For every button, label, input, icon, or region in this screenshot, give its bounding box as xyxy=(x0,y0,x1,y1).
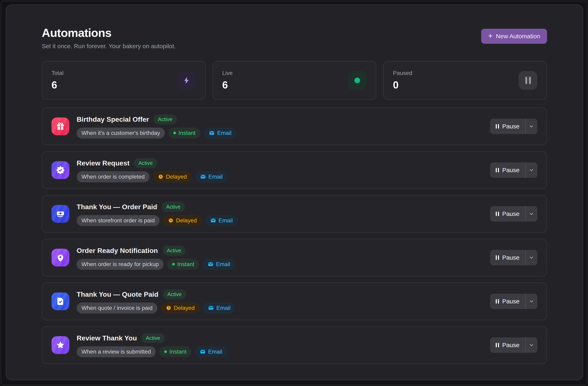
instant-dot-icon xyxy=(173,132,176,134)
pause-label: Pause xyxy=(502,254,520,261)
pause-icon xyxy=(519,71,537,90)
timing-pill: Delayed xyxy=(161,303,200,313)
pause-split-button: Pause xyxy=(490,250,537,265)
stat-value: 6 xyxy=(222,79,232,91)
pause-split-button: Pause xyxy=(490,119,537,134)
file-check-icon xyxy=(51,292,69,310)
pause-icon xyxy=(496,343,499,347)
automation-info: Thank You — Quote Paid Active When quote… xyxy=(77,290,235,313)
pause-icon xyxy=(496,212,499,216)
automation-title: Review Thank You xyxy=(77,334,137,342)
channel-pill: Email xyxy=(195,171,228,182)
instant-dot-icon xyxy=(172,263,175,266)
email-icon xyxy=(209,130,215,136)
email-icon xyxy=(200,174,206,180)
status-badge: Active xyxy=(162,246,186,256)
pause-label: Pause xyxy=(502,167,520,174)
channel-label: Email xyxy=(208,348,222,355)
channel-label: Email xyxy=(219,217,233,224)
pause-button[interactable]: Pause xyxy=(490,250,525,265)
trigger-pill: When it's a customer's birthday xyxy=(77,128,165,138)
pause-label: Pause xyxy=(502,123,520,130)
trigger-pill: When a review is submitted xyxy=(77,346,156,357)
plus-icon: + xyxy=(488,32,492,40)
pause-icon xyxy=(496,255,499,260)
instant-dot-icon xyxy=(164,350,167,353)
trigger-pill: When order is completed xyxy=(77,171,149,182)
live-dot-icon xyxy=(348,71,367,90)
pause-split-button: Pause xyxy=(490,337,537,353)
pause-button[interactable]: Pause xyxy=(490,162,525,178)
automations-list: Birthday Special Offer Active When it's … xyxy=(42,108,547,364)
automation-card-quote-paid: Thank You — Quote Paid Active When quote… xyxy=(42,283,547,320)
status-badge: Active xyxy=(163,290,186,299)
automation-info: Birthday Special Offer Active When it's … xyxy=(77,115,236,138)
email-icon xyxy=(208,305,214,311)
stat-text: Paused 0 xyxy=(393,70,412,91)
automation-card-order-ready: Order Ready Notification Active When ord… xyxy=(42,239,547,276)
pause-button[interactable]: Pause xyxy=(490,294,525,309)
stat-label: Total xyxy=(51,70,63,76)
pause-menu-button[interactable] xyxy=(525,119,537,134)
pause-menu-button[interactable] xyxy=(525,206,537,222)
automation-title: Review Request xyxy=(77,159,129,167)
stat-text: Live 6 xyxy=(222,70,232,91)
pause-icon xyxy=(496,124,499,129)
page-header: Automations Set it once. Run forever. Yo… xyxy=(42,26,547,50)
timing-label: Instant xyxy=(178,130,195,136)
channel-label: Email xyxy=(216,261,230,268)
automation-info: Order Ready Notification Active When ord… xyxy=(77,246,235,270)
status-badge: Active xyxy=(134,158,157,168)
clock-icon xyxy=(166,305,171,311)
clock-icon xyxy=(158,174,163,179)
chevron-down-icon xyxy=(529,342,534,348)
pause-icon xyxy=(496,299,499,304)
trigger-pill: When quote / invoice is paid xyxy=(77,303,157,313)
stat-text: Total 6 xyxy=(51,70,63,91)
automation-info: Thank You — Order Paid Active When store… xyxy=(77,202,238,226)
page-title: Automations xyxy=(42,26,176,39)
timing-pill: Instant xyxy=(168,128,200,138)
clock-icon xyxy=(168,218,174,223)
pause-button[interactable]: Pause xyxy=(490,206,525,222)
banknote-icon xyxy=(51,205,69,223)
chevron-down-icon xyxy=(529,299,534,304)
automation-card-birthday: Birthday Special Offer Active When it's … xyxy=(42,108,547,145)
channel-label: Email xyxy=(209,174,223,180)
page-subtitle: Set it once. Run forever. Your bakery on… xyxy=(42,43,176,50)
channel-pill: Email xyxy=(195,346,227,357)
automation-title: Birthday Special Offer xyxy=(77,116,149,123)
stat-label: Live xyxy=(222,70,232,76)
automation-title: Thank You — Quote Paid xyxy=(77,290,158,298)
trigger-pill: When storefront order is paid xyxy=(77,215,160,226)
pause-button[interactable]: Pause xyxy=(490,337,525,353)
new-automation-label: New Automation xyxy=(496,33,540,40)
pause-menu-button[interactable] xyxy=(525,162,537,178)
timing-label: Instant xyxy=(177,261,194,268)
chevron-down-icon xyxy=(529,211,534,217)
channel-label: Email xyxy=(217,130,231,136)
timing-label: Delayed xyxy=(166,174,187,180)
email-icon xyxy=(200,349,206,355)
status-badge: Active xyxy=(153,115,177,124)
chevron-down-icon xyxy=(529,255,534,260)
status-badge: Active xyxy=(162,202,185,212)
channel-pill: Email xyxy=(203,259,235,270)
star-icon xyxy=(51,336,69,354)
new-automation-button[interactable]: + New Automation xyxy=(481,29,547,44)
pause-split-button: Pause xyxy=(490,162,537,178)
pause-menu-button[interactable] xyxy=(525,250,537,265)
map-pin-icon xyxy=(51,249,69,267)
automation-card-review-thank-you: Review Thank You Active When a review is… xyxy=(42,326,547,364)
timing-pill: Delayed xyxy=(153,171,192,182)
gift-icon xyxy=(51,117,69,135)
pause-menu-button[interactable] xyxy=(525,294,537,309)
stat-label: Paused xyxy=(393,70,412,76)
pause-button[interactable]: Pause xyxy=(490,119,525,134)
stats-row: Total 6 Live 6 Paused 0 xyxy=(42,61,547,100)
pause-split-button: Pause xyxy=(490,294,537,309)
automation-card-order-paid: Thank You — Order Paid Active When store… xyxy=(42,195,547,233)
pause-menu-button[interactable] xyxy=(525,337,537,353)
pause-label: Pause xyxy=(502,342,520,348)
timing-pill: Instant xyxy=(159,346,191,357)
